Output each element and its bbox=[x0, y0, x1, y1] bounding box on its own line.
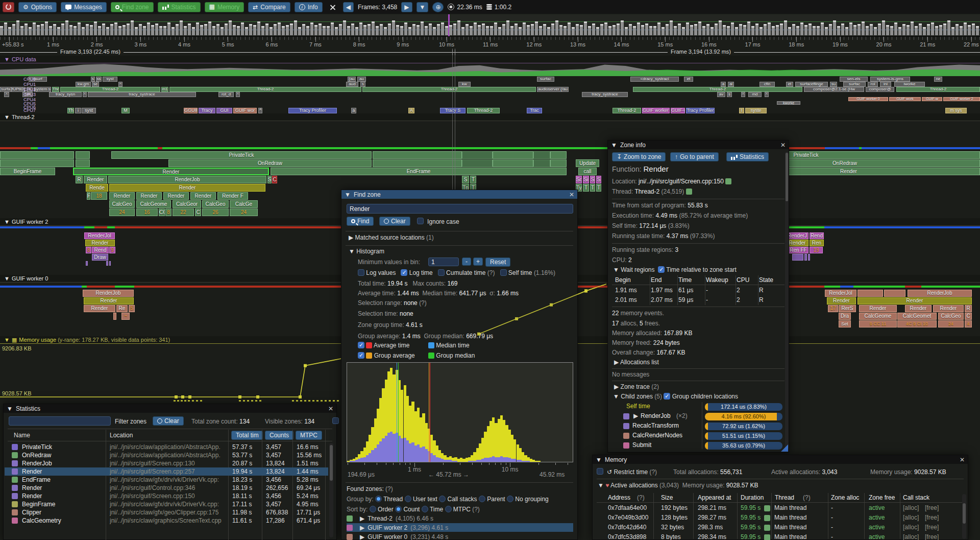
alloc-address[interactable]: 0x7dfc53d898 bbox=[608, 533, 646, 540]
frame-bar[interactable] bbox=[731, 22, 734, 35]
table-row[interactable]: Renderjni/../jni/src/guif/Screen.cpp:150… bbox=[5, 492, 328, 500]
timeline-zone[interactable]: av bbox=[717, 92, 725, 97]
timeline-zone[interactable]: Draw bbox=[92, 254, 108, 261]
timeline-zone[interactable]: 26 bbox=[202, 208, 229, 216]
frame-bar[interactable] bbox=[604, 22, 607, 35]
frame-label-right[interactable]: Frame 3,194 (13.92 ms) bbox=[668, 49, 734, 55]
timeline-zone[interactable]: 24 bbox=[230, 208, 258, 216]
frame-bar[interactable] bbox=[261, 26, 264, 35]
frame-bar[interactable] bbox=[523, 22, 526, 35]
timeline-zone[interactable] bbox=[533, 159, 550, 167]
frame-bar[interactable] bbox=[20, 26, 23, 35]
timeline-zone[interactable]: C bbox=[272, 176, 277, 183]
radio-thread[interactable] bbox=[375, 496, 382, 502]
frame-bar[interactable] bbox=[69, 25, 72, 35]
frame-bar[interactable] bbox=[564, 26, 567, 35]
timeline-zone[interactable]: Update bbox=[576, 159, 599, 167]
stats-scrollbar[interactable] bbox=[329, 443, 333, 537]
timeline-zone[interactable]: kw bbox=[458, 82, 471, 87]
timeline-zone[interactable]: T bbox=[590, 184, 595, 192]
timeline-zone[interactable] bbox=[792, 254, 803, 261]
collapse-icon[interactable]: ▼ bbox=[345, 191, 351, 198]
expand-icon[interactable]: ▶ bbox=[349, 234, 353, 241]
timeline-zone[interactable]: ^ bbox=[741, 92, 745, 97]
frame-bar[interactable] bbox=[176, 24, 179, 35]
frame-bar[interactable] bbox=[882, 20, 885, 35]
frame-bar[interactable] bbox=[784, 20, 787, 35]
radio-order[interactable] bbox=[370, 506, 376, 512]
timeline-zone[interactable]: Render bbox=[933, 305, 964, 312]
frame-bar[interactable] bbox=[498, 27, 501, 35]
frame-bar[interactable] bbox=[184, 26, 187, 35]
frame-bar[interactable] bbox=[359, 22, 362, 35]
timeline-zone[interactable]: PrivateTick bbox=[111, 151, 372, 159]
frame-bar[interactable] bbox=[657, 22, 660, 35]
frame-bar[interactable] bbox=[74, 26, 77, 35]
frame-bar[interactable] bbox=[608, 26, 611, 35]
frame-bar[interactable] bbox=[278, 22, 281, 35]
timeline-zone[interactable]: Thread-2 bbox=[896, 87, 980, 92]
timeline-zone[interactable]: 8 bbox=[86, 247, 91, 253]
frame-bar[interactable] bbox=[433, 27, 436, 35]
frame-bar[interactable] bbox=[972, 24, 975, 35]
frame-bar[interactable] bbox=[559, 25, 562, 35]
timeline-zone[interactable] bbox=[462, 151, 493, 159]
frame-bar[interactable] bbox=[208, 21, 211, 35]
timeline-zone[interactable]: S bbox=[462, 176, 469, 183]
timeline-zone[interactable]: Rende bbox=[86, 184, 108, 192]
frame-bar[interactable] bbox=[372, 21, 375, 35]
frame-bar[interactable] bbox=[290, 24, 293, 35]
timeline-zone[interactable]: CalcGeo bbox=[938, 313, 964, 320]
frame-bar[interactable] bbox=[318, 24, 322, 35]
memory-col-2[interactable]: Size bbox=[661, 494, 673, 501]
legend-item[interactable]: Average time bbox=[358, 342, 410, 349]
timeline-zone[interactable]: Render bbox=[85, 240, 115, 246]
timeline-zone[interactable]: C bbox=[965, 313, 972, 320]
frame-bar[interactable] bbox=[919, 24, 922, 35]
timeline-zone[interactable]: 22 bbox=[173, 208, 194, 216]
timeline-zone[interactable]: EndFrame bbox=[271, 168, 567, 175]
timeline-zone[interactable]: CalcGeo bbox=[109, 200, 135, 208]
frame-bar[interactable] bbox=[804, 25, 807, 35]
frame-bar[interactable] bbox=[527, 25, 530, 35]
timeline-zone[interactable]: Render bbox=[190, 192, 216, 200]
timeline-zone[interactable]: al bbox=[728, 82, 734, 87]
frame-bar[interactable] bbox=[347, 26, 350, 35]
frame-bar[interactable] bbox=[584, 21, 587, 35]
legend-item[interactable]: Group average bbox=[358, 352, 415, 359]
frame-bar[interactable] bbox=[4, 22, 7, 35]
frame-bar[interactable] bbox=[61, 24, 64, 35]
timeline-zone[interactable]: ~ bbox=[121, 313, 130, 320]
frame-bar[interactable] bbox=[335, 27, 338, 35]
frame-bar[interactable] bbox=[482, 24, 485, 35]
frame-bar[interactable] bbox=[33, 22, 36, 35]
frame-bar[interactable] bbox=[621, 20, 624, 35]
alloc-address[interactable]: 0x7dfc42d640 bbox=[608, 524, 646, 531]
frame-bar[interactable] bbox=[780, 24, 783, 35]
timeline-zone[interactable]: composer@ bbox=[866, 87, 894, 92]
frame-bar[interactable] bbox=[57, 27, 60, 35]
table-row[interactable]: 0x7dfc53d8988 bytes298.34 ms59.95 sMain … bbox=[593, 533, 960, 540]
memory-col-0[interactable]: Address bbox=[608, 494, 630, 501]
frame-bar[interactable] bbox=[723, 25, 726, 35]
info-button[interactable]: iInfo bbox=[295, 2, 323, 12]
timeline-zone[interactable]: Render bbox=[73, 168, 269, 175]
frame-bar[interactable] bbox=[172, 27, 175, 35]
frame-bar[interactable] bbox=[760, 27, 763, 35]
timeline-zone[interactable]: GUIF worker 2 bbox=[642, 108, 670, 113]
prev-frame-button[interactable]: ◀ bbox=[343, 2, 354, 12]
frame-bar[interactable] bbox=[425, 26, 428, 35]
frame-bar[interactable] bbox=[588, 26, 591, 35]
legend-item[interactable]: Median time bbox=[428, 342, 470, 349]
frame-overview[interactable] bbox=[0, 14, 980, 37]
frame-bar[interactable] bbox=[502, 24, 505, 35]
timeline-zone[interactable]: surfa bbox=[0, 87, 11, 92]
timeline-zone[interactable] bbox=[373, 151, 462, 159]
frame-bar[interactable] bbox=[886, 25, 889, 35]
frame-bar[interactable] bbox=[653, 26, 656, 35]
timeline-zone[interactable]: GUIF work bbox=[889, 97, 921, 101]
timeline-zone[interactable]: 17 bbox=[828, 305, 838, 312]
next-frame-button[interactable]: ▶ bbox=[401, 2, 412, 12]
found-zone-group[interactable]: ▶Thread-2(4,105) 6.46 s bbox=[347, 514, 573, 523]
timeline-zone[interactable]: composer@2.1-se (Hw bbox=[804, 87, 864, 92]
